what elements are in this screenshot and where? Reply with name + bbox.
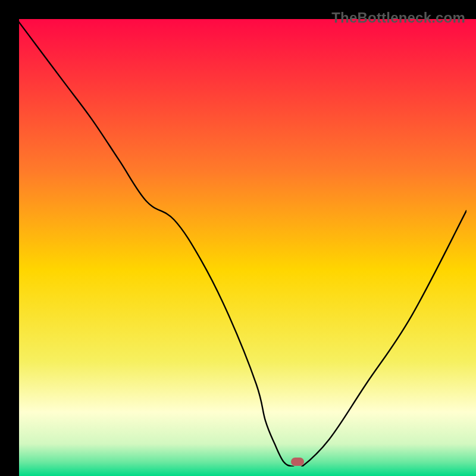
chart-background bbox=[19, 19, 476, 476]
watermark-text: TheBottleneck.com bbox=[331, 10, 465, 26]
chart-frame: TheBottleneck.com bbox=[10, 10, 466, 466]
chart-plot bbox=[19, 19, 476, 476]
optimum-marker bbox=[291, 458, 304, 466]
